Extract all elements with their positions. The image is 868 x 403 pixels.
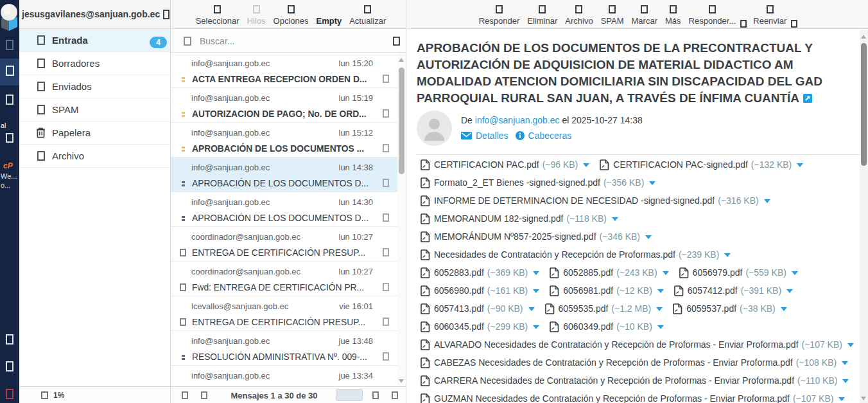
attachment-dropdown-caret[interactable] bbox=[583, 163, 589, 167]
attachment-dropdown-caret[interactable] bbox=[533, 289, 539, 293]
attachment-item[interactable]: CARRERA Necesidades de Contratación y Re… bbox=[421, 372, 849, 390]
attachment-item[interactable]: Necesidades de Contratación y Recepción … bbox=[421, 246, 731, 264]
mail-button-reenviar[interactable]: Reenviar bbox=[753, 0, 786, 26]
sidebar-folder-papelera[interactable]: Papelera bbox=[19, 121, 170, 145]
mail-scroll-up-icon[interactable] bbox=[861, 35, 866, 39]
attachment-dropdown-caret[interactable] bbox=[781, 307, 787, 311]
message-row[interactable]: info@sanjuan.gob.eclun 14:30APROBACIÓN D… bbox=[171, 192, 398, 227]
message-row[interactable]: info@sanjuan.gob.eclun 14:38APROBACIÓN D… bbox=[171, 157, 398, 192]
attachment-dropdown-caret[interactable] bbox=[656, 307, 663, 311]
message-checkbox[interactable] bbox=[383, 283, 389, 291]
search-options-icon[interactable] bbox=[393, 37, 400, 46]
attachment-item[interactable]: CABEZAS Necesidades de Contratación y Re… bbox=[421, 354, 848, 372]
webmail-logo-icon[interactable] bbox=[0, 1, 19, 32]
sidebar-folder-spam[interactable]: SPAM bbox=[19, 98, 170, 121]
message-checkbox[interactable] bbox=[383, 213, 389, 222]
navbar-icon-4[interactable] bbox=[6, 334, 13, 345]
message-row[interactable]: info@sanjuan.gob.eclun 15:12APROBACIÓN D… bbox=[171, 123, 398, 157]
message-row[interactable]: info@sanjuan.gob.eclun 15:20ACTA ENTREGA… bbox=[171, 53, 398, 88]
navbar-icon-5[interactable] bbox=[6, 361, 13, 372]
mail-scrollbar-thumb[interactable] bbox=[861, 43, 867, 166]
attachment-item[interactable]: 6059537.pdf(~38 KB) bbox=[673, 300, 787, 318]
message-checkbox[interactable] bbox=[383, 109, 389, 118]
message-row[interactable]: info@sanjuan.gob.ecjue 13:34 bbox=[171, 366, 398, 386]
mail-button-responder[interactable]: Responder bbox=[479, 0, 520, 26]
attachment-item[interactable]: MEMORANDUM 182-signed.pdf(~118 KB) bbox=[421, 210, 618, 228]
attachment-dropdown-caret[interactable] bbox=[842, 361, 848, 365]
message-checkbox[interactable] bbox=[383, 75, 389, 83]
attachment-dropdown-caret[interactable] bbox=[842, 379, 849, 383]
list-button-seleccionar[interactable]: Seleccionar bbox=[196, 0, 239, 26]
attachment-dropdown-caret[interactable] bbox=[645, 235, 652, 239]
attachment-item[interactable]: 6059535.pdf(~1.2 MB) bbox=[545, 300, 663, 318]
attachment-dropdown-caret[interactable] bbox=[533, 325, 539, 329]
sidebar-folder-enviados[interactable]: Enviados bbox=[19, 75, 170, 98]
attachment-item[interactable]: CERTIFICACION PAC.pdf(~96 KB) bbox=[421, 156, 589, 174]
message-row[interactable]: lcevallos@sanjuan.gob.ecvie 16:01ENTREGA… bbox=[171, 296, 398, 331]
mail-button-archivo[interactable]: Archivo bbox=[565, 0, 593, 26]
attachment-item[interactable]: Formato_2_ET Bienes -signed-signed.pdf(~… bbox=[421, 174, 655, 192]
attachment-dropdown-caret[interactable] bbox=[612, 217, 618, 221]
attachment-item[interactable]: 6056979.pdf(~559 KB) bbox=[679, 264, 798, 282]
mail-button-marcar[interactable]: Marcar bbox=[632, 0, 657, 26]
sidebar-folder-archivo[interactable]: Archivo bbox=[19, 145, 170, 168]
attachment-dropdown-caret[interactable] bbox=[792, 271, 798, 275]
mail-caret-reenviar[interactable] bbox=[791, 20, 797, 28]
attachment-dropdown-caret[interactable] bbox=[847, 343, 854, 347]
attachment-item[interactable]: 6056980.pdf(~161 KB) bbox=[421, 282, 539, 300]
attachment-dropdown-caret[interactable] bbox=[657, 289, 664, 293]
search-bar[interactable]: Buscar... bbox=[171, 30, 406, 53]
mail-button-ms[interactable]: Más bbox=[665, 0, 681, 26]
headers-link[interactable]: Cabeceras bbox=[516, 130, 572, 141]
message-checkbox[interactable] bbox=[383, 248, 389, 256]
attachment-dropdown-caret[interactable] bbox=[649, 181, 655, 185]
attachment-item[interactable]: INFORME DE DETERMINACION DE NECESIDAD -s… bbox=[421, 192, 770, 210]
navbar-icon-2[interactable] bbox=[6, 94, 13, 105]
attachment-dropdown-caret[interactable] bbox=[838, 397, 845, 401]
scroll-down-icon[interactable] bbox=[399, 379, 404, 383]
attachment-item[interactable]: 6057413.pdf(~90 KB) bbox=[421, 300, 535, 318]
message-checkbox[interactable] bbox=[383, 318, 389, 326]
from-email-link[interactable]: info@sanjuan.gob.ec bbox=[475, 115, 560, 125]
attachment-item[interactable]: 6060349.pdf(~10 KB) bbox=[550, 318, 664, 336]
attachment-item[interactable]: 6056981.pdf(~12 KB) bbox=[550, 282, 664, 300]
navbar-icon-1[interactable] bbox=[6, 40, 13, 50]
footer-icon-3[interactable] bbox=[372, 391, 379, 399]
message-checkbox[interactable] bbox=[383, 179, 389, 187]
message-checkbox[interactable] bbox=[383, 352, 389, 361]
details-link[interactable]: Detalles bbox=[461, 130, 508, 141]
list-scrollbar[interactable] bbox=[397, 53, 406, 386]
mail-button-eliminar[interactable]: Eliminar bbox=[527, 0, 557, 26]
sidebar-folder-entrada[interactable]: Entrada4 bbox=[19, 29, 170, 52]
message-row[interactable]: coordinador@sanjuan.gob.eclun 10:27Fwd: … bbox=[171, 262, 398, 296]
attachment-dropdown-caret[interactable] bbox=[724, 253, 731, 257]
message-row[interactable]: coordinador@sanjuan.gob.eclun 10:27ENTRE… bbox=[171, 227, 398, 262]
attachment-dropdown-caret[interactable] bbox=[657, 325, 664, 329]
navbar-icon-mail[interactable] bbox=[6, 66, 14, 76]
attachment-dropdown-caret[interactable] bbox=[786, 289, 793, 293]
footer-icon-4[interactable] bbox=[392, 391, 398, 399]
page-input[interactable] bbox=[336, 389, 363, 401]
mail-scrollbar[interactable] bbox=[860, 30, 868, 403]
attachment-dropdown-caret[interactable] bbox=[764, 199, 770, 203]
open-external-icon[interactable] bbox=[803, 94, 812, 103]
attachment-dropdown-caret[interactable] bbox=[663, 271, 669, 275]
scroll-up-icon[interactable] bbox=[399, 58, 404, 62]
attachment-dropdown-caret[interactable] bbox=[797, 163, 803, 167]
attachment-dropdown-caret[interactable] bbox=[528, 307, 535, 311]
list-button-actualizar[interactable]: Actualizar bbox=[349, 0, 386, 26]
navbar-icon-logout[interactable] bbox=[6, 389, 13, 399]
list-scrollbar-thumb[interactable] bbox=[399, 67, 404, 174]
account-menu-icon[interactable] bbox=[163, 10, 169, 19]
list-button-hilos[interactable]: Hilos bbox=[247, 0, 266, 26]
search-icon[interactable] bbox=[184, 37, 191, 46]
mail-button-responder[interactable]: Responder... bbox=[689, 0, 736, 26]
list-button-opciones[interactable]: Opciones bbox=[273, 0, 309, 26]
attachment-item[interactable]: CERTIFICACION PAC-signed.pdf(~132 KB) bbox=[600, 156, 803, 174]
list-button-empty[interactable]: Empty bbox=[316, 0, 342, 26]
attachment-item[interactable]: 6057412.pdf(~391 KB) bbox=[674, 282, 793, 300]
attachment-dropdown-caret[interactable] bbox=[533, 271, 539, 275]
search-input[interactable]: Buscar... bbox=[200, 36, 393, 46]
attachment-item[interactable]: ALVARADO Necesidades de Contratación y R… bbox=[421, 336, 854, 354]
attachment-item[interactable]: 6052883.pdf(~369 KB) bbox=[421, 264, 539, 282]
